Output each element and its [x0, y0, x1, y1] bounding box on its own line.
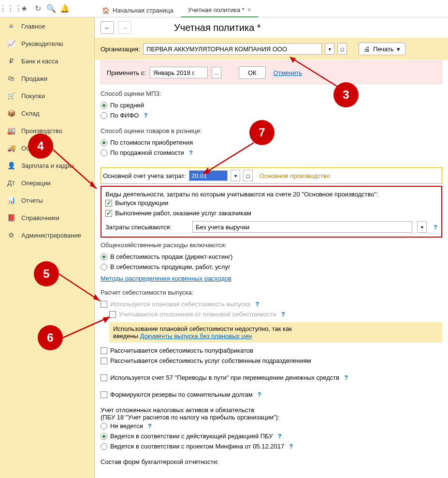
sidebar-item-4[interactable]: 🛒Покупки: [0, 87, 94, 105]
callout-4: 4: [28, 134, 53, 159]
radio-def-project[interactable]: [101, 443, 107, 450]
nav-back[interactable]: ←: [101, 21, 114, 34]
help-icon[interactable]: ?: [148, 422, 152, 430]
sidebar-item-12[interactable]: ⚙Администрирование: [0, 226, 94, 244]
sidebar-icon: 📕: [7, 214, 15, 222]
apps-icon[interactable]: ⋮⋮⋮: [4, 2, 17, 15]
sidebar-icon: 🛍: [7, 75, 15, 82]
overhead-label: Общехозяйственные расходы включаются:: [101, 241, 442, 249]
mpz-label: Способ оценки МПЗ:: [101, 90, 442, 97]
sidebar-icon: Дт: [7, 179, 15, 187]
check-plan-cost: [101, 301, 107, 308]
cancel-link[interactable]: Отменить: [274, 69, 302, 76]
bell-icon[interactable]: 🔔: [58, 2, 72, 15]
sidebar-item-1[interactable]: 📈Руководителю: [0, 35, 94, 52]
cost-label: Расчет себестоимости выпуска:: [101, 289, 442, 296]
sidebar-icon: 🛒: [7, 92, 15, 100]
sidebar-item-3[interactable]: 🛍Продажи: [0, 70, 94, 87]
methods-link[interactable]: Методы распределения косвенных расходов: [101, 275, 231, 282]
sidebar: ≡Главное📈Руководителю₽Банк и касса🛍Прода…: [0, 17, 95, 478]
writeoff-label: Затраты списываются:: [105, 224, 188, 231]
sidebar-icon: 🏭: [7, 127, 15, 134]
deferred-label2: (ПБУ 18 "Учет расчетов по налогу на приб…: [101, 414, 442, 421]
check-output[interactable]: ✓: [105, 200, 112, 207]
sidebar-item-0[interactable]: ≡Главное: [0, 17, 94, 35]
deferred-label1: Учет отложенных налоговых активов и обяз…: [101, 406, 442, 414]
check-semi[interactable]: [101, 347, 107, 354]
search-icon[interactable]: 🔍: [44, 2, 58, 15]
help-icon[interactable]: ?: [189, 149, 193, 156]
sidebar-icon: ₽: [7, 57, 15, 65]
help-icon[interactable]: ?: [289, 443, 293, 450]
callout-7: 7: [249, 120, 275, 145]
sidebar-item-10[interactable]: 📊Отчеты: [0, 192, 94, 209]
radio-retail-cost[interactable]: [101, 139, 107, 146]
help-icon[interactable]: ?: [278, 433, 282, 440]
print-icon: 🖨: [364, 45, 370, 53]
radio-retail-sale[interactable]: [101, 149, 107, 156]
help-icon[interactable]: ?: [434, 224, 437, 231]
account-dropdown[interactable]: ▾: [231, 170, 240, 181]
callout-5: 5: [34, 261, 59, 286]
help-icon[interactable]: ?: [255, 300, 259, 308]
radio-mpz-fifo[interactable]: [101, 112, 107, 119]
org-input[interactable]: ПЕРВАЯ АККУМУЛЯТОРНАЯ КОМПАНИЯ ООО: [143, 43, 322, 55]
sidebar-icon: 📊: [7, 196, 15, 204]
org-label: Организация:: [101, 45, 140, 53]
sidebar-icon: 📈: [7, 40, 15, 47]
account-input[interactable]: [189, 170, 228, 181]
org-dropdown[interactable]: ▾: [325, 43, 334, 55]
warning-box: Использование плановой себестоимости нед…: [109, 322, 442, 343]
apply-date-input[interactable]: [150, 67, 208, 78]
check-own-services[interactable]: [101, 358, 107, 364]
org-open[interactable]: ◻: [337, 43, 347, 55]
sidebar-icon: ≡: [7, 22, 15, 30]
account-label: Основной счет учета затрат:: [103, 172, 186, 179]
apply-label: Применить с:: [107, 69, 146, 76]
radio-mpz-avg[interactable]: [101, 102, 107, 109]
print-button[interactable]: 🖨 Печать ▾: [359, 43, 405, 55]
warn-link[interactable]: Документы выпуска без плановых цен: [140, 332, 252, 340]
nav-forward[interactable]: →: [118, 21, 131, 34]
writeoff-dd-btn[interactable]: ▾: [417, 221, 427, 233]
close-icon[interactable]: ×: [247, 6, 251, 14]
history-icon[interactable]: ↻: [31, 2, 44, 15]
radio-product-cost[interactable]: [101, 264, 107, 270]
callout-6: 6: [38, 325, 63, 350]
sidebar-icon: 🚚: [7, 144, 15, 152]
writeoff-dropdown[interactable]: Без учета выручки: [192, 221, 412, 233]
sidebar-item-5[interactable]: 📦Склад: [0, 105, 94, 122]
check-reserves[interactable]: [101, 391, 107, 398]
star-icon[interactable]: ★: [17, 2, 31, 15]
sidebar-item-11[interactable]: 📕Справочники: [0, 209, 94, 226]
help-icon[interactable]: ?: [144, 112, 147, 119]
home-icon: 🏠: [102, 7, 110, 14]
radio-def-none[interactable]: [101, 423, 107, 430]
page-title: Учетная политика *: [174, 22, 261, 33]
sidebar-item-2[interactable]: ₽Банк и касса: [0, 52, 94, 70]
tab-accounting-policy[interactable]: Учетная политика * ×: [181, 1, 259, 17]
radio-def-current[interactable]: [101, 433, 107, 440]
callout-3: 3: [333, 82, 359, 107]
check-acc57[interactable]: [101, 374, 107, 381]
sidebar-icon: 📦: [7, 109, 15, 117]
tab-home[interactable]: 🏠 Начальная страница: [95, 2, 181, 17]
account-desc: Основное производство: [260, 172, 330, 179]
account-open[interactable]: ◻: [243, 170, 253, 181]
activities-label: Виды деятельности, затраты по которым уч…: [105, 191, 437, 198]
check-deviations: [109, 311, 116, 318]
date-picker[interactable]: …: [212, 67, 221, 78]
radio-direct-costing[interactable]: [101, 254, 107, 260]
sidebar-icon: 👤: [7, 162, 15, 169]
sidebar-item-9[interactable]: ДтОперации: [0, 174, 94, 192]
ok-button[interactable]: ОК: [239, 66, 266, 79]
sidebar-icon: ⚙: [7, 231, 15, 239]
forms-label: Состав форм бухгалтерской отчетности:: [101, 458, 442, 465]
help-icon[interactable]: ?: [258, 391, 261, 398]
sidebar-item-8[interactable]: 👤Зарплата и кадры: [0, 157, 94, 174]
check-services[interactable]: ✓: [105, 210, 112, 217]
help-icon[interactable]: ?: [344, 374, 348, 381]
help-icon[interactable]: ?: [281, 311, 285, 318]
